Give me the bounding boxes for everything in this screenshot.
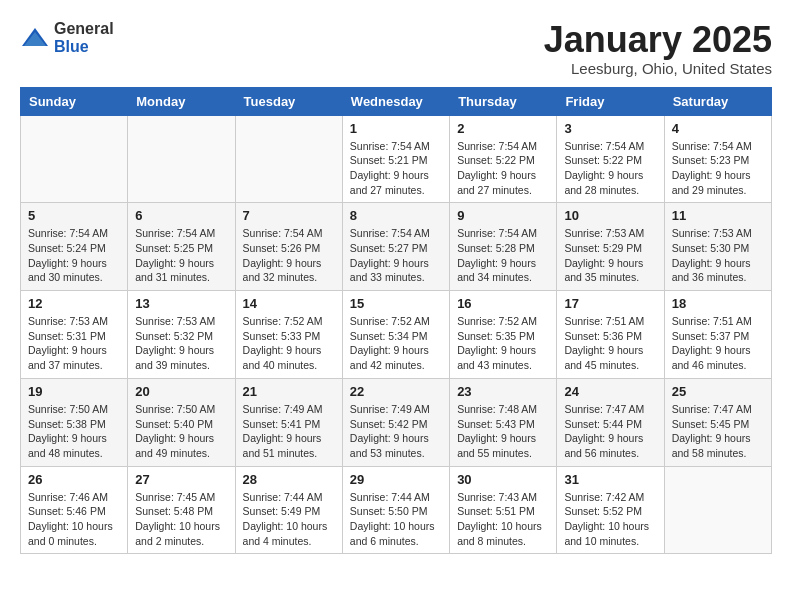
calendar-cell <box>664 466 771 554</box>
calendar-cell: 4Sunrise: 7:54 AMSunset: 5:23 PMDaylight… <box>664 115 771 203</box>
calendar-cell: 1Sunrise: 7:54 AMSunset: 5:21 PMDaylight… <box>342 115 449 203</box>
calendar-cell: 28Sunrise: 7:44 AMSunset: 5:49 PMDayligh… <box>235 466 342 554</box>
day-number: 12 <box>28 296 120 311</box>
calendar-cell: 21Sunrise: 7:49 AMSunset: 5:41 PMDayligh… <box>235 378 342 466</box>
day-info: Sunrise: 7:49 AMSunset: 5:41 PMDaylight:… <box>243 402 335 461</box>
calendar-header: SundayMondayTuesdayWednesdayThursdayFrid… <box>21 87 772 115</box>
calendar-cell: 2Sunrise: 7:54 AMSunset: 5:22 PMDaylight… <box>450 115 557 203</box>
day-number: 17 <box>564 296 656 311</box>
day-info: Sunrise: 7:53 AMSunset: 5:30 PMDaylight:… <box>672 226 764 285</box>
week-row-2: 5Sunrise: 7:54 AMSunset: 5:24 PMDaylight… <box>21 203 772 291</box>
calendar-cell: 30Sunrise: 7:43 AMSunset: 5:51 PMDayligh… <box>450 466 557 554</box>
title-area: January 2025 Leesburg, Ohio, United Stat… <box>544 20 772 77</box>
day-info: Sunrise: 7:54 AMSunset: 5:21 PMDaylight:… <box>350 139 442 198</box>
day-info: Sunrise: 7:48 AMSunset: 5:43 PMDaylight:… <box>457 402 549 461</box>
calendar-cell: 6Sunrise: 7:54 AMSunset: 5:25 PMDaylight… <box>128 203 235 291</box>
day-number: 19 <box>28 384 120 399</box>
calendar-cell: 5Sunrise: 7:54 AMSunset: 5:24 PMDaylight… <box>21 203 128 291</box>
location-title: Leesburg, Ohio, United States <box>544 60 772 77</box>
weekday-header-row: SundayMondayTuesdayWednesdayThursdayFrid… <box>21 87 772 115</box>
day-number: 7 <box>243 208 335 223</box>
day-number: 8 <box>350 208 442 223</box>
weekday-header-wednesday: Wednesday <box>342 87 449 115</box>
month-title: January 2025 <box>544 20 772 60</box>
calendar-cell: 25Sunrise: 7:47 AMSunset: 5:45 PMDayligh… <box>664 378 771 466</box>
calendar-cell: 7Sunrise: 7:54 AMSunset: 5:26 PMDaylight… <box>235 203 342 291</box>
calendar-cell: 9Sunrise: 7:54 AMSunset: 5:28 PMDaylight… <box>450 203 557 291</box>
weekday-header-monday: Monday <box>128 87 235 115</box>
day-number: 16 <box>457 296 549 311</box>
day-number: 1 <box>350 121 442 136</box>
calendar-cell: 24Sunrise: 7:47 AMSunset: 5:44 PMDayligh… <box>557 378 664 466</box>
calendar-cell: 13Sunrise: 7:53 AMSunset: 5:32 PMDayligh… <box>128 291 235 379</box>
logo-blue: Blue <box>54 38 89 55</box>
calendar-body: 1Sunrise: 7:54 AMSunset: 5:21 PMDaylight… <box>21 115 772 554</box>
logo: General Blue <box>20 20 114 56</box>
calendar-cell: 29Sunrise: 7:44 AMSunset: 5:50 PMDayligh… <box>342 466 449 554</box>
day-number: 11 <box>672 208 764 223</box>
day-number: 31 <box>564 472 656 487</box>
calendar-cell: 10Sunrise: 7:53 AMSunset: 5:29 PMDayligh… <box>557 203 664 291</box>
calendar-cell <box>235 115 342 203</box>
calendar-cell: 15Sunrise: 7:52 AMSunset: 5:34 PMDayligh… <box>342 291 449 379</box>
calendar-cell: 12Sunrise: 7:53 AMSunset: 5:31 PMDayligh… <box>21 291 128 379</box>
day-info: Sunrise: 7:53 AMSunset: 5:29 PMDaylight:… <box>564 226 656 285</box>
day-info: Sunrise: 7:54 AMSunset: 5:22 PMDaylight:… <box>564 139 656 198</box>
week-row-3: 12Sunrise: 7:53 AMSunset: 5:31 PMDayligh… <box>21 291 772 379</box>
calendar-cell: 26Sunrise: 7:46 AMSunset: 5:46 PMDayligh… <box>21 466 128 554</box>
day-info: Sunrise: 7:51 AMSunset: 5:37 PMDaylight:… <box>672 314 764 373</box>
calendar-cell: 8Sunrise: 7:54 AMSunset: 5:27 PMDaylight… <box>342 203 449 291</box>
day-number: 26 <box>28 472 120 487</box>
day-number: 28 <box>243 472 335 487</box>
calendar-cell: 16Sunrise: 7:52 AMSunset: 5:35 PMDayligh… <box>450 291 557 379</box>
calendar-cell: 20Sunrise: 7:50 AMSunset: 5:40 PMDayligh… <box>128 378 235 466</box>
day-number: 9 <box>457 208 549 223</box>
weekday-header-friday: Friday <box>557 87 664 115</box>
day-info: Sunrise: 7:44 AMSunset: 5:50 PMDaylight:… <box>350 490 442 549</box>
day-number: 29 <box>350 472 442 487</box>
weekday-header-tuesday: Tuesday <box>235 87 342 115</box>
day-number: 4 <box>672 121 764 136</box>
logo-text: General Blue <box>54 20 114 56</box>
calendar-cell: 31Sunrise: 7:42 AMSunset: 5:52 PMDayligh… <box>557 466 664 554</box>
day-number: 6 <box>135 208 227 223</box>
calendar-cell: 23Sunrise: 7:48 AMSunset: 5:43 PMDayligh… <box>450 378 557 466</box>
calendar-cell: 19Sunrise: 7:50 AMSunset: 5:38 PMDayligh… <box>21 378 128 466</box>
day-info: Sunrise: 7:50 AMSunset: 5:40 PMDaylight:… <box>135 402 227 461</box>
day-number: 24 <box>564 384 656 399</box>
calendar-cell: 22Sunrise: 7:49 AMSunset: 5:42 PMDayligh… <box>342 378 449 466</box>
day-number: 18 <box>672 296 764 311</box>
day-info: Sunrise: 7:54 AMSunset: 5:26 PMDaylight:… <box>243 226 335 285</box>
calendar-table: SundayMondayTuesdayWednesdayThursdayFrid… <box>20 87 772 555</box>
day-info: Sunrise: 7:54 AMSunset: 5:24 PMDaylight:… <box>28 226 120 285</box>
day-info: Sunrise: 7:54 AMSunset: 5:28 PMDaylight:… <box>457 226 549 285</box>
day-info: Sunrise: 7:50 AMSunset: 5:38 PMDaylight:… <box>28 402 120 461</box>
week-row-1: 1Sunrise: 7:54 AMSunset: 5:21 PMDaylight… <box>21 115 772 203</box>
calendar-cell <box>128 115 235 203</box>
day-info: Sunrise: 7:46 AMSunset: 5:46 PMDaylight:… <box>28 490 120 549</box>
day-number: 27 <box>135 472 227 487</box>
day-info: Sunrise: 7:52 AMSunset: 5:35 PMDaylight:… <box>457 314 549 373</box>
day-info: Sunrise: 7:53 AMSunset: 5:31 PMDaylight:… <box>28 314 120 373</box>
header: General Blue January 2025 Leesburg, Ohio… <box>20 20 772 77</box>
day-number: 20 <box>135 384 227 399</box>
calendar-cell: 17Sunrise: 7:51 AMSunset: 5:36 PMDayligh… <box>557 291 664 379</box>
day-number: 21 <box>243 384 335 399</box>
calendar-cell: 3Sunrise: 7:54 AMSunset: 5:22 PMDaylight… <box>557 115 664 203</box>
day-number: 13 <box>135 296 227 311</box>
day-info: Sunrise: 7:52 AMSunset: 5:33 PMDaylight:… <box>243 314 335 373</box>
week-row-4: 19Sunrise: 7:50 AMSunset: 5:38 PMDayligh… <box>21 378 772 466</box>
day-number: 22 <box>350 384 442 399</box>
weekday-header-saturday: Saturday <box>664 87 771 115</box>
day-info: Sunrise: 7:53 AMSunset: 5:32 PMDaylight:… <box>135 314 227 373</box>
logo-icon <box>20 26 50 50</box>
day-info: Sunrise: 7:49 AMSunset: 5:42 PMDaylight:… <box>350 402 442 461</box>
day-info: Sunrise: 7:52 AMSunset: 5:34 PMDaylight:… <box>350 314 442 373</box>
day-info: Sunrise: 7:51 AMSunset: 5:36 PMDaylight:… <box>564 314 656 373</box>
calendar-cell: 14Sunrise: 7:52 AMSunset: 5:33 PMDayligh… <box>235 291 342 379</box>
calendar-cell: 18Sunrise: 7:51 AMSunset: 5:37 PMDayligh… <box>664 291 771 379</box>
day-info: Sunrise: 7:44 AMSunset: 5:49 PMDaylight:… <box>243 490 335 549</box>
day-number: 15 <box>350 296 442 311</box>
logo-general: General <box>54 20 114 37</box>
day-info: Sunrise: 7:54 AMSunset: 5:22 PMDaylight:… <box>457 139 549 198</box>
